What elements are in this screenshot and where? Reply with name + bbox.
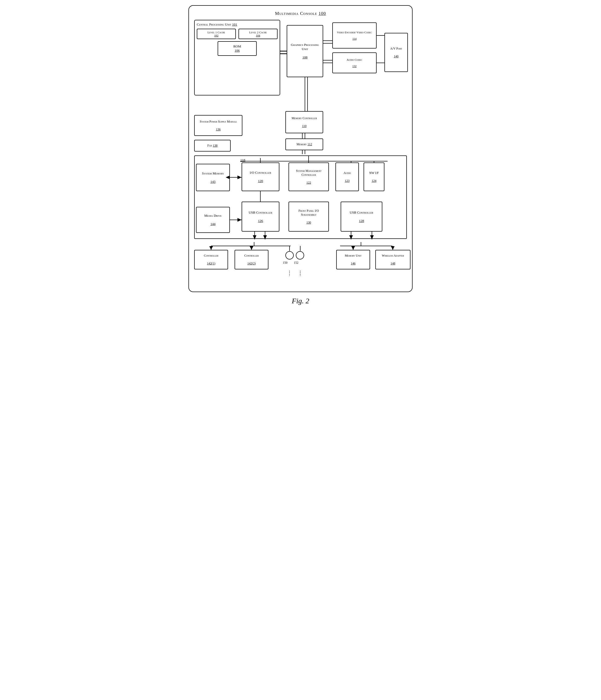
cpu-title: Central Processing Unit 101 [197, 22, 278, 27]
memory112-number: 112 [308, 143, 312, 146]
av-port-number: 140 [394, 54, 398, 58]
io-controller-label: I/O Controller [250, 171, 271, 175]
wireless-label: Wireless Adapter [382, 254, 404, 258]
usb126-number: 126 [258, 219, 263, 223]
controller142-1-box: Controller 142(1) [194, 250, 228, 269]
page-container: Multimedia Console 100 Central Processin… [183, 5, 418, 305]
memory112-box: Memory 112 [285, 139, 323, 150]
level2-cache-box: Level 2 Cache 104 [238, 29, 278, 39]
port150-circle [285, 251, 294, 259]
sys-power-box: System Power Supply Module 136 [194, 115, 242, 136]
port150-text: 150 [283, 261, 287, 265]
mem-controller-box: Memory Controller 110 [285, 111, 323, 133]
rom-number: 106 [235, 49, 240, 52]
diagram-outer: Multimedia Console 100 Central Processin… [188, 5, 413, 292]
audio-codec-box: Audio Codec 132 [332, 52, 376, 73]
audio123-box: Audio 123 [335, 162, 359, 191]
mem-unit-box: Memory Unit 146 [336, 250, 370, 269]
fan-box: Fan 138 [194, 140, 231, 152]
nwif-box: NW I/F 124 [364, 162, 385, 191]
media-drive-box: Media Drive 144 [196, 207, 230, 233]
audio123-label: Audio [343, 171, 351, 175]
nwif-label: NW I/F [369, 171, 379, 175]
usb126-box: USB Controller 126 [242, 202, 279, 232]
mem-controller-number: 110 [302, 124, 307, 128]
av-port-label: A/V Port [390, 47, 402, 51]
rom-label: ROM [233, 44, 241, 48]
sys-memory-box: System Memory 143 [196, 164, 230, 191]
video-encoder-box: Video Encoder/ Video Codec 114 [332, 22, 376, 49]
smc-box: System Management Controller 122 [288, 162, 329, 191]
top-section: Central Processing Unit 101 Level 1 Cach… [194, 20, 407, 108]
ctrl142-1-number: 142(1) [207, 261, 215, 266]
mem-unit-number: 146 [351, 261, 356, 266]
bus-label: 118 [240, 158, 245, 162]
mem-unit-label: Memory Unit [345, 254, 362, 258]
io-controller-number: 120 [258, 179, 263, 183]
usb128-number: 128 [359, 219, 364, 223]
ctrl142-2-label: Controller [244, 254, 259, 258]
fan-number: 138 [213, 144, 218, 148]
smc-number: 122 [307, 181, 311, 185]
diagram-title: Multimedia Console 100 [194, 11, 407, 16]
level1-cache-box: Level 1 Cache 102 [197, 29, 236, 39]
title-number: 100 [318, 11, 326, 16]
gpu-label: Graphics Processing Unit [289, 43, 320, 51]
port150-label: 150 [283, 261, 287, 265]
l2-label: Level 2 Cache [249, 31, 267, 34]
cpu-box: Central Processing Unit 101 Level 1 Cach… [194, 20, 280, 96]
audio123-number: 123 [345, 179, 349, 183]
l2-number: 104 [256, 34, 260, 37]
fp-io-number: 130 [307, 221, 311, 225]
video-encoder-label: Video Encoder/ Video Codec [337, 31, 372, 34]
gpu-box: Graphics Processing Unit 108 [287, 25, 323, 77]
audio-codec-label: Audio Codec [347, 58, 362, 61]
sys-memory-label: System Memory [202, 171, 224, 176]
l1-label: Level 1 Cache [207, 31, 225, 34]
mem-controller-label: Memory Controller [292, 116, 317, 120]
fp-io-label: Front Panel I/O Subassembly [290, 209, 327, 217]
bus-section: 118 System Memory 143 Media Drive 144 I/… [194, 155, 407, 239]
io-controller-box: I/O Controller 120 [242, 162, 279, 191]
ctrl142-1-label: Controller [204, 254, 218, 258]
fig-label: Fig. 2 [183, 297, 418, 305]
video-encoder-number: 114 [352, 37, 357, 40]
l1-number: 102 [214, 34, 219, 37]
av-port-box: A/V Port 140 [385, 33, 408, 72]
rom-box: ROM 106 [218, 41, 257, 56]
controller142-2-box: Controller 142(2) [235, 250, 268, 269]
gpu-number: 108 [302, 55, 308, 59]
sys-memory-number: 143 [210, 180, 215, 184]
usb128-label: USB Controller [350, 210, 373, 215]
media-drive-number: 144 [210, 222, 215, 226]
fp-io-box: Front Panel I/O Subassembly 130 [288, 202, 329, 232]
wireless-box: Wireless Adapter 148 [375, 250, 411, 269]
port152-label: 152 [294, 261, 298, 265]
sys-power-label: System Power Supply Module [200, 120, 237, 124]
port152-text: 152 [294, 261, 298, 265]
usb126-label: USB Controller [249, 210, 272, 215]
usb128-box: USB Controller 128 [341, 202, 382, 232]
title-text: Multimedia Console [275, 11, 317, 16]
port152-circle [296, 251, 304, 259]
fan-label: Fan [207, 144, 212, 148]
nwif-number: 124 [372, 179, 376, 183]
fig-label-text: Fig. 2 [292, 297, 309, 305]
cpu-number: 101 [232, 22, 237, 26]
memory112-label: Memory [296, 143, 307, 146]
wireless-number: 148 [391, 261, 395, 266]
sys-power-number: 136 [216, 127, 221, 131]
smc-label: System Management Controller [290, 169, 327, 177]
cpu-label: Central Processing Unit [197, 22, 231, 26]
bottom-section: Controller 142(1) Controller 142(2) 150 … [194, 242, 407, 286]
middle-section: System Power Supply Module 136 Fan 138 M… [194, 111, 407, 153]
media-drive-label: Media Drive [204, 214, 222, 218]
audio-codec-number: 132 [352, 65, 357, 68]
ctrl142-2-number: 142(2) [247, 261, 256, 266]
bus-label-text: 118 [240, 158, 245, 162]
